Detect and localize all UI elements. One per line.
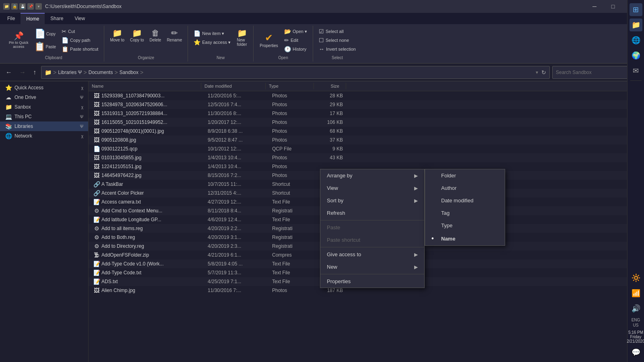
forward-button[interactable]: →: [17, 68, 28, 77]
sidebar-item-quick-access[interactable]: ⭐ Quick Access χ: [0, 83, 88, 93]
taskbar-wifi-icon[interactable]: 📶: [630, 287, 642, 300]
file-row[interactable]: 🖼 010313045855.jpg 1/4/2013 10:4... Phot…: [89, 153, 644, 162]
tab-home[interactable]: Home: [21, 13, 45, 24]
file-row[interactable]: 🖼 15284978_10206347520606... 12/5/2016 7…: [89, 100, 644, 109]
ctx-give-access-to[interactable]: Give access to ▶: [320, 248, 424, 261]
taskbar-brightness-icon[interactable]: 🔆: [630, 272, 642, 284]
file-name: Add latitude Longitude GP...: [101, 217, 204, 222]
file-type: Photos: [269, 93, 317, 99]
select-all-button[interactable]: ☑ Select all: [316, 27, 358, 35]
submenu-tag[interactable]: Tag: [425, 207, 505, 219]
file-row[interactable]: 🖼 0905120808.jpg 9/5/2012 8:47 ... Photo…: [89, 136, 644, 144]
column-header-date[interactable]: Date modified: [201, 83, 266, 89]
sidebar-item-sandbox[interactable]: 📁 Sanbox χ: [0, 102, 88, 112]
ctx-view[interactable]: View ▶: [320, 182, 424, 194]
history-button[interactable]: 🕐 History: [282, 45, 310, 53]
ctx-refresh[interactable]: Refresh: [320, 207, 424, 219]
refresh-button[interactable]: ↻: [541, 69, 546, 76]
taskbar-language[interactable]: ENGUS: [632, 317, 640, 328]
maximize-button[interactable]: □: [604, 0, 622, 13]
file-size: 68 KB: [317, 128, 349, 134]
file-type: Photos: [269, 111, 317, 116]
open-button[interactable]: 📂 Open ▾: [282, 27, 310, 35]
ctx-paste-shortcut[interactable]: Paste shortcut: [320, 234, 424, 246]
sidebar-item-network[interactable]: 🌐 Network χ: [0, 131, 88, 141]
ribbon: File Home Share View ? 📌 Pin to Quickacc…: [0, 13, 644, 64]
new-item-button[interactable]: 📄 New item ▾: [191, 29, 233, 37]
up-button[interactable]: ↑: [31, 68, 39, 77]
address-bar: ← → ↑ 📁 > Libraries Ψ > Documents > Sand…: [0, 64, 644, 81]
file-row[interactable]: 🖼 0905120748(0001)(0001).jpg 8/9/2018 6:…: [89, 127, 644, 136]
sidebar-item-libraries[interactable]: 📚 Libraries Ψ: [0, 121, 88, 131]
ctx-new[interactable]: New ▶: [320, 261, 424, 273]
new-folder-button[interactable]: 📁 Newfolder: [234, 27, 250, 48]
tab-file[interactable]: File: [2, 13, 21, 24]
submenu-date-modified[interactable]: Date modified: [425, 194, 505, 207]
file-row[interactable]: 🖼 16115055_10210151949952... 1/20/2017 1…: [89, 118, 644, 127]
delete-button[interactable]: 🗑 Delete: [147, 27, 163, 44]
file-date: 4/6/2019 12:4...: [204, 217, 269, 222]
edit-button[interactable]: ✏ Edit: [282, 36, 310, 44]
file-type: Registrati: [269, 234, 317, 240]
column-header-name[interactable]: Name: [89, 83, 201, 89]
breadcrumb-libraries[interactable]: Libraries Ψ: [58, 70, 82, 75]
ctx-arrange-by[interactable]: Arrange by ▶: [320, 169, 424, 182]
file-type-icon: 🖼: [92, 287, 101, 294]
select-group: ☑ Select all ☐ Select none ↔ Invert sele…: [313, 26, 361, 62]
file-type: Registrati: [269, 243, 317, 249]
back-button[interactable]: ←: [3, 68, 14, 77]
taskbar-edge-button[interactable]: 🌍: [630, 49, 642, 62]
sidebar-item-this-pc[interactable]: 💻 This PC Ψ: [0, 112, 88, 121]
breadcrumb[interactable]: 📁 > Libraries Ψ > Documents > Sandbox > …: [41, 66, 550, 79]
search-input[interactable]: [556, 70, 629, 75]
select-none-button[interactable]: ☐ Select none: [316, 36, 358, 44]
submenu-type[interactable]: Type: [425, 219, 505, 232]
taskbar-notification-button[interactable]: 💬: [630, 346, 642, 359]
arrow-icon: ▶: [414, 264, 418, 270]
properties-button[interactable]: ✔ Properties: [257, 31, 281, 49]
file-date: 4/21/2019 6:1...: [204, 252, 269, 258]
ctx-sort-by[interactable]: Sort by ▶: [320, 194, 424, 207]
pin-to-quick-access-button[interactable]: 📌 Pin to Quickaccess: [6, 30, 31, 50]
taskbar-mail-button[interactable]: ✉: [630, 64, 642, 77]
breadcrumb-documents[interactable]: Documents: [89, 70, 113, 75]
tab-share[interactable]: Share: [45, 13, 69, 24]
dropdown-arrow[interactable]: ▾: [536, 70, 538, 75]
move-to-button[interactable]: 📁 Move to: [107, 27, 127, 44]
file-type: Registrati: [269, 208, 317, 214]
cut-button[interactable]: ✂ Cut: [59, 27, 101, 35]
sandbox-icon: 📁: [5, 104, 12, 110]
paste-button[interactable]: 📋 Paste: [32, 41, 59, 53]
taskbar-explorer-button[interactable]: 📁: [630, 19, 642, 31]
file-row[interactable]: 📄 0930122125.qcp 10/1/2012 12:... QCP Fi…: [89, 144, 644, 153]
rename-button[interactable]: ✏ Rename: [164, 27, 184, 44]
taskbar-chrome-button[interactable]: 🌐: [630, 34, 642, 47]
organize-label: Organize: [138, 54, 155, 60]
file-row[interactable]: 🖼 15293398_1107384790003... 11/20/2016 5…: [89, 91, 644, 100]
copy-button[interactable]: 📄 Copy: [32, 28, 59, 40]
submenu-name[interactable]: • Name: [425, 232, 505, 245]
copy-to-button[interactable]: 📁 Copy to: [128, 27, 146, 44]
sidebar-item-one-drive[interactable]: ☁ One Drive Ψ: [0, 93, 88, 102]
breadcrumb-sandbox[interactable]: Sandbox: [120, 70, 138, 75]
file-date: 10/1/2012 12:...: [204, 146, 269, 152]
column-header-size[interactable]: Size: [314, 83, 346, 89]
invert-selection-button[interactable]: ↔ Invert selection: [316, 45, 358, 53]
submenu-folder[interactable]: Folder: [425, 169, 505, 182]
paste-shortcut-button[interactable]: 📋 Paste shortcut: [59, 45, 101, 53]
file-row[interactable]: 🖼 15319313_10205721938884... 11/30/2016 …: [89, 109, 644, 118]
tab-view[interactable]: View: [69, 13, 91, 24]
lock-icon: 🔒: [11, 3, 18, 10]
taskbar-windows-button[interactable]: ⊞: [630, 3, 642, 16]
ctx-paste[interactable]: Paste: [320, 221, 424, 234]
taskbar-volume-icon[interactable]: 🔊: [630, 302, 642, 315]
file-type-icon: 🔗: [92, 190, 101, 196]
minimize-button[interactable]: ─: [585, 0, 604, 13]
ctx-properties[interactable]: Properties: [320, 275, 424, 288]
copy-path-button[interactable]: 📄 Copy path: [59, 36, 101, 44]
file-date: 1/4/2013 10:4...: [204, 164, 269, 169]
column-header-type[interactable]: Type: [266, 83, 314, 89]
easy-access-button[interactable]: ⭐ Easy access ▾: [191, 38, 233, 46]
submenu-author[interactable]: Author: [425, 182, 505, 194]
open-col: 📂 Open ▾ ✏ Edit 🕐 History: [282, 27, 310, 53]
